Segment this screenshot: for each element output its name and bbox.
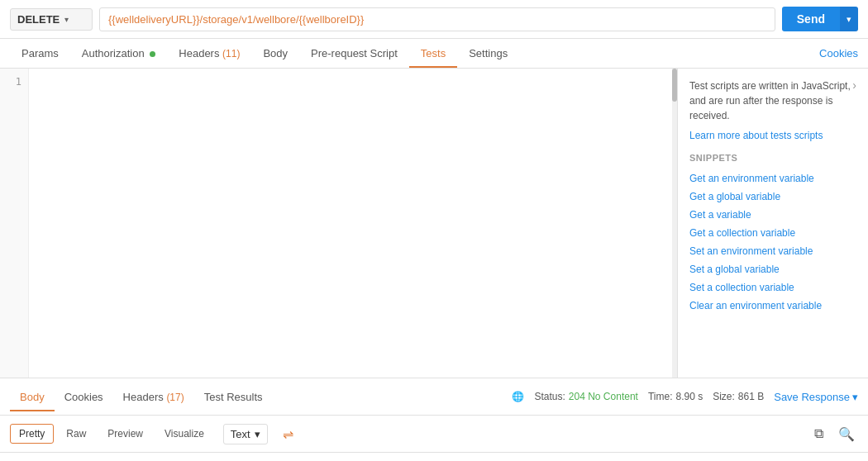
response-tab-test-results[interactable]: Test Results — [194, 383, 273, 411]
snippet-set-global-var[interactable]: Set a global variable — [689, 260, 856, 278]
scrollbar-thumb[interactable] — [672, 69, 677, 102]
text-select-chevron-icon: ▾ — [255, 428, 260, 440]
status-text: Status: 204 No Content — [534, 391, 637, 402]
authorization-dot — [150, 51, 155, 57]
status-value: 204 No Content — [569, 391, 638, 402]
snippet-get-env-var[interactable]: Get an environment variable — [689, 169, 856, 188]
tab-headers[interactable]: Headers (11) — [167, 39, 251, 68]
line-number-1: 1 — [0, 74, 28, 90]
method-label: DELETE — [17, 13, 60, 26]
editor-content[interactable] — [29, 69, 677, 378]
snippet-get-variable[interactable]: Get a variable — [689, 206, 856, 224]
top-bar: DELETE ▾ Send ▾ — [0, 0, 868, 39]
response-tabs: Body Cookies Headers (17) Test Results 🌐… — [0, 378, 868, 416]
time-text: Time: 8.90 s — [648, 391, 703, 402]
raw-button[interactable]: Raw — [57, 424, 95, 444]
response-tab-body[interactable]: Body — [10, 383, 55, 411]
send-btn-group: Send ▾ — [782, 7, 858, 31]
preview-button[interactable]: Preview — [98, 424, 152, 444]
method-dropdown[interactable]: DELETE ▾ — [10, 8, 93, 31]
text-select-label: Text — [231, 428, 250, 440]
icon-actions: ⧉ 🔍 — [811, 423, 858, 445]
size-text: Size: 861 B — [713, 391, 764, 402]
snippets-label: SNIPPETS — [689, 153, 856, 163]
snippet-get-global-var[interactable]: Get a global variable — [689, 188, 856, 206]
format-toolbar: Pretty Raw Preview Visualize Text ▾ ⇌ ⧉ … — [0, 416, 868, 453]
snippet-clear-env-var[interactable]: Clear an environment variable — [689, 297, 856, 315]
filter-icon[interactable]: ⇌ — [276, 423, 300, 445]
snippet-set-collection-var[interactable]: Set a collection variable — [689, 278, 856, 297]
snippet-set-env-var[interactable]: Set an environment variable — [689, 242, 856, 260]
learn-link[interactable]: Learn more about tests scripts — [689, 130, 856, 141]
search-icon[interactable]: 🔍 — [835, 423, 858, 445]
pretty-button[interactable]: Pretty — [10, 424, 54, 444]
cookies-link[interactable]: Cookies — [819, 47, 858, 59]
editor-gutter: 1 — [0, 69, 29, 378]
tests-editor-area: 1 Test scripts are written in JavaScript… — [0, 69, 868, 378]
tab-tests[interactable]: Tests — [409, 39, 457, 68]
globe-icon: 🌐 — [512, 391, 524, 402]
tab-prerequest[interactable]: Pre-request Script — [299, 39, 409, 68]
copy-icon[interactable]: ⧉ — [811, 423, 827, 444]
response-body-content: 1 — [0, 453, 868, 461]
text-select-dropdown[interactable]: Text ▾ — [223, 424, 268, 444]
send-button[interactable]: Send — [782, 7, 840, 31]
collapse-icon[interactable]: › — [852, 78, 856, 92]
snippet-get-collection-var[interactable]: Get a collection variable — [689, 224, 856, 242]
tests-editor: 1 — [0, 69, 678, 378]
method-chevron-icon: ▾ — [64, 15, 69, 24]
visualize-button[interactable]: Visualize — [155, 424, 213, 444]
send-dropdown-button[interactable]: ▾ — [840, 7, 858, 31]
url-input[interactable] — [99, 7, 775, 31]
tab-body[interactable]: Body — [251, 39, 299, 68]
response-tab-headers[interactable]: Headers (17) — [113, 383, 194, 411]
tab-params[interactable]: Params — [10, 39, 70, 68]
save-response-chevron: ▾ — [852, 391, 858, 403]
info-text: Test scripts are written in JavaScript, … — [689, 78, 856, 123]
response-meta: 🌐 Status: 204 No Content Time: 8.90 s Si… — [512, 391, 858, 403]
tab-settings[interactable]: Settings — [457, 39, 519, 68]
nav-tabs: Params Authorization Headers (11) Body P… — [0, 39, 868, 69]
save-response-button[interactable]: Save Response ▾ — [774, 391, 858, 403]
response-tab-cookies[interactable]: Cookies — [55, 383, 113, 411]
tab-authorization[interactable]: Authorization — [70, 39, 168, 68]
snippets-panel: Test scripts are written in JavaScript, … — [678, 69, 868, 378]
scrollbar[interactable] — [672, 69, 677, 378]
